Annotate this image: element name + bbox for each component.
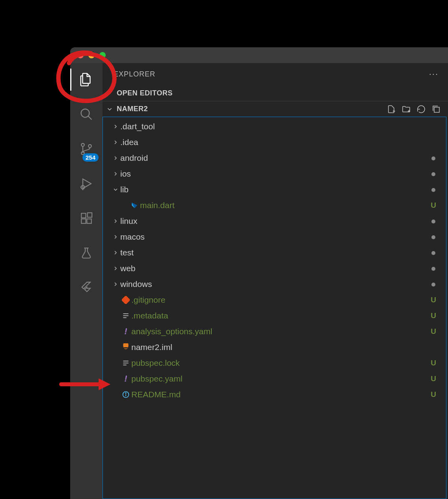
tree-item-label: .gitignore: [131, 295, 429, 305]
tree-item-label: pubspec.lock: [131, 358, 429, 368]
yaml-icon: !: [120, 374, 131, 384]
activity-bar: 254: [70, 63, 103, 499]
svg-rect-9: [81, 213, 86, 218]
untracked-badge: U: [429, 311, 438, 320]
chevron-right-icon: [111, 265, 120, 272]
project-name-label: NAMER2: [117, 105, 148, 113]
chevron-down-icon: [106, 89, 114, 97]
tree-item-label: .dart_tool: [120, 122, 429, 131]
new-file-icon[interactable]: [386, 104, 396, 114]
tree-item-label: ios: [120, 169, 429, 179]
activity-testing[interactable]: [70, 242, 103, 264]
tree-item-label: analysis_options.yaml: [131, 327, 429, 336]
folder-macos[interactable]: macos: [103, 229, 446, 245]
untracked-badge: U: [429, 359, 438, 367]
folder-windows[interactable]: windows: [103, 276, 446, 292]
file-readme-md[interactable]: README.mdU: [103, 387, 446, 402]
chevron-right-icon: [111, 281, 120, 287]
tree-item-label: README.md: [131, 390, 429, 399]
lines-icon: [120, 359, 131, 367]
sidebar-header: EXPLORER ···: [103, 63, 448, 85]
modified-dot: [429, 248, 438, 257]
chevron-right-icon: [111, 123, 120, 130]
project-section[interactable]: NAMER2: [103, 101, 448, 117]
file-namer2-iml[interactable]: namer2.iml: [103, 339, 446, 355]
git-icon: [120, 296, 131, 304]
folder-web[interactable]: web: [103, 261, 446, 276]
file-analysis-options-yaml[interactable]: !analysis_options.yamlU: [103, 324, 446, 339]
folder-test[interactable]: test: [103, 245, 446, 261]
folder-android[interactable]: android: [103, 150, 446, 166]
window-zoom-button[interactable]: [99, 52, 106, 58]
files-icon: [79, 72, 94, 87]
new-folder-icon[interactable]: [401, 104, 411, 114]
untracked-badge: U: [429, 390, 438, 399]
tree-item-label: lib: [120, 185, 429, 194]
chevron-right-icon: [111, 234, 120, 240]
tree-item-label: pubspec.yaml: [131, 374, 429, 384]
modified-dot: [429, 185, 438, 194]
activity-extensions[interactable]: [70, 207, 103, 229]
refresh-icon[interactable]: [416, 104, 426, 114]
untracked-badge: U: [429, 296, 438, 304]
folder-lib[interactable]: lib: [103, 182, 446, 197]
chevron-right-icon: [111, 250, 120, 256]
yaml-icon: !: [120, 326, 131, 337]
tree-item-label: namer2.iml: [131, 343, 429, 352]
file-pubspec-yaml[interactable]: !pubspec.yamlU: [103, 371, 446, 387]
info-icon: [120, 391, 131, 398]
scm-badge: 254: [82, 153, 99, 162]
chevron-right-icon: [111, 218, 120, 224]
open-editors-section[interactable]: OPEN EDITORS: [103, 85, 448, 101]
tree-item-label: .metadata: [131, 311, 429, 320]
window-close-button[interactable]: [77, 52, 84, 58]
window-minimize-button[interactable]: [88, 52, 95, 58]
svg-rect-12: [88, 213, 92, 217]
folder-linux[interactable]: linux: [103, 213, 446, 229]
search-icon: [79, 107, 93, 121]
activity-explorer[interactable]: [70, 69, 103, 91]
svg-rect-17: [434, 107, 439, 112]
modified-dot: [429, 280, 438, 289]
activity-run-debug[interactable]: [70, 173, 103, 195]
vscode-window: 254 EXPLORER ···: [70, 47, 448, 499]
chevron-right-icon: [111, 155, 120, 161]
folder-ios[interactable]: ios: [103, 166, 446, 182]
file--metadata[interactable]: .metadataU: [103, 308, 446, 324]
debug-icon: [79, 177, 93, 191]
untracked-badge: U: [429, 374, 438, 383]
modified-dot: [429, 264, 438, 273]
activity-flutter[interactable]: [70, 277, 103, 299]
svg-rect-10: [81, 219, 86, 223]
tree-item-label: test: [120, 248, 429, 257]
collapse-all-icon[interactable]: [431, 104, 441, 114]
svg-rect-18: [122, 296, 130, 304]
open-editors-label: OPEN EDITORS: [117, 89, 173, 97]
modified-dot: [429, 169, 438, 178]
folder--dart-tool[interactable]: .dart_tool: [103, 119, 446, 134]
explorer-sidebar: EXPLORER ··· OPEN EDITORS NAMER2: [103, 63, 448, 499]
file-pubspec-lock[interactable]: pubspec.lockU: [103, 355, 446, 371]
svg-line-1: [88, 116, 92, 120]
tree-item-label: linux: [120, 216, 429, 226]
dart-icon: [129, 201, 140, 209]
folder--idea[interactable]: .idea: [103, 134, 446, 150]
activity-source-control[interactable]: 254: [70, 138, 103, 160]
flutter-icon: [80, 281, 93, 294]
file--gitignore[interactable]: .gitignoreU: [103, 292, 446, 308]
svg-point-22: [125, 345, 126, 346]
extensions-icon: [80, 212, 93, 225]
tree-item-label: android: [120, 153, 429, 163]
iml-icon: [120, 343, 131, 351]
untracked-badge: U: [429, 201, 438, 210]
activity-search[interactable]: [70, 103, 103, 125]
modified-dot: [429, 233, 438, 241]
sidebar-title: EXPLORER: [114, 70, 155, 78]
tree-item-label: main.dart: [140, 201, 429, 210]
sidebar-more-button[interactable]: ···: [429, 69, 439, 79]
file-main-dart[interactable]: main.dartU: [103, 197, 446, 213]
svg-point-0: [81, 109, 90, 117]
tree-item-label: web: [120, 264, 429, 273]
chevron-right-icon: [111, 171, 120, 177]
svg-point-4: [88, 145, 91, 148]
